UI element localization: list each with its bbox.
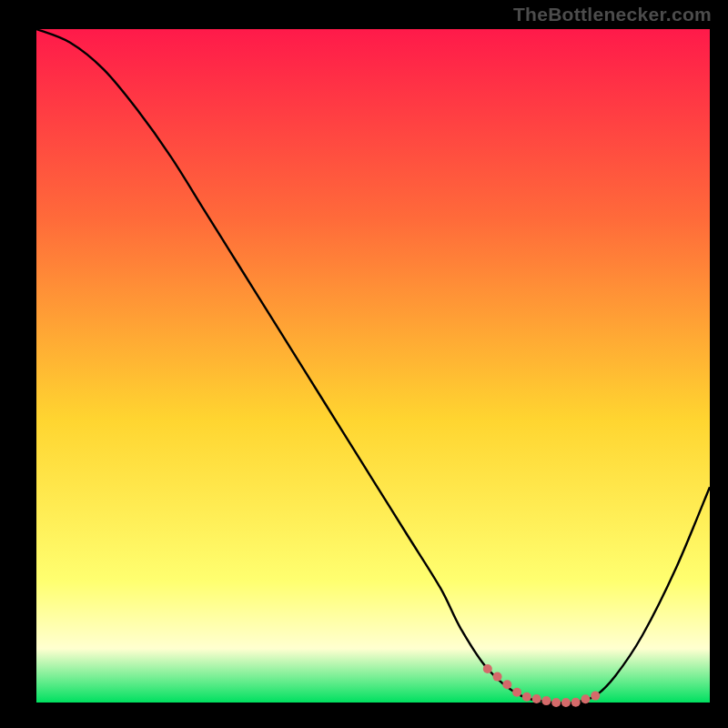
optimal-dot <box>493 672 502 682</box>
optimal-dot <box>512 688 521 697</box>
optimal-dot <box>532 694 541 703</box>
plot-area <box>36 29 710 703</box>
optimal-dot <box>541 696 551 705</box>
optimal-dot <box>551 698 561 707</box>
optimal-dot <box>561 698 571 707</box>
optimal-dot <box>591 692 600 701</box>
optimal-dot <box>483 664 492 673</box>
bottleneck-chart <box>0 0 728 728</box>
optimal-dot <box>571 698 581 707</box>
optimal-dot <box>522 693 531 702</box>
optimal-dot <box>581 694 590 703</box>
optimal-dot <box>502 680 511 689</box>
chart-stage: TheBottlenecker.com <box>0 0 728 728</box>
